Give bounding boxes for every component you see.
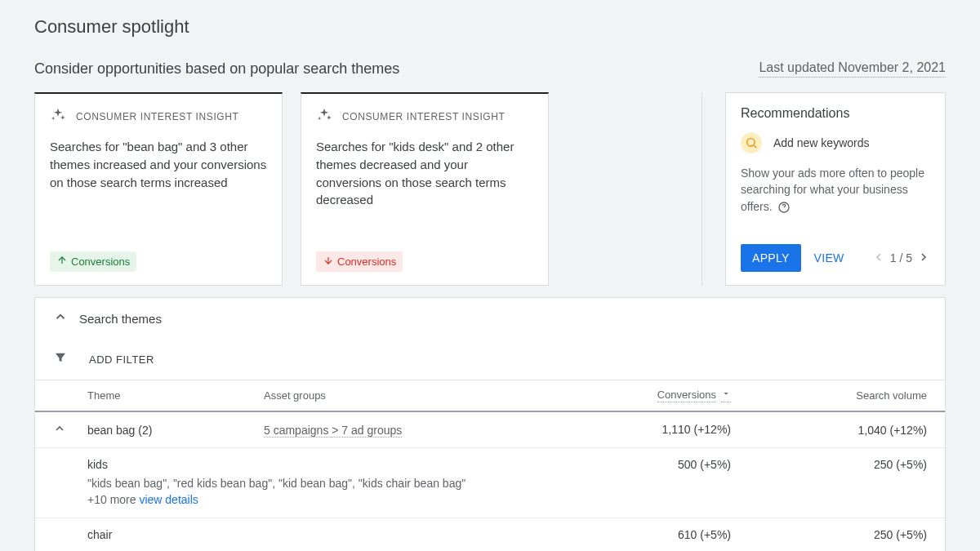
insight-card[interactable]: CONSUMER INTEREST INSIGHT Searches for "… [34, 92, 283, 286]
sparkle-icon [316, 107, 332, 127]
subtheme-name: chair [87, 528, 264, 541]
pager: 1 / 5 [872, 251, 930, 266]
pager-text: 1 / 5 [890, 251, 912, 264]
insight-kicker: CONSUMER INTEREST INSIGHT [76, 111, 238, 122]
chevron-right-icon[interactable] [917, 251, 930, 266]
col-theme[interactable]: Theme [87, 389, 264, 402]
conversions-badge-up: Conversions [50, 251, 136, 272]
section-title: Consider opportunities based on popular … [34, 60, 399, 78]
table-header: Theme Asset groups Conversions Search vo… [35, 380, 945, 412]
apply-button[interactable]: APPLY [741, 244, 801, 272]
table-sub-row: chair 610 (+5%) 250 (+5%) [35, 518, 945, 551]
table-row[interactable]: bean bag (2) 5 campaigns > 7 ad groups 1… [35, 412, 945, 448]
subtheme-name: kids [87, 458, 264, 471]
conversions-badge-label: Conversions [337, 256, 396, 268]
search-volume-value: 1,040 (+12%) [731, 424, 927, 437]
arrow-up-icon [56, 255, 68, 269]
search-terms-list: "kids bean bag", "red kids bean bag", "k… [87, 476, 927, 508]
insight-card[interactable]: CONSUMER INTEREST INSIGHT Searches for "… [301, 92, 549, 286]
conversions-value: 500 (+5%) [592, 458, 731, 471]
col-asset-groups[interactable]: Asset groups [264, 389, 592, 402]
sort-desc-icon [721, 389, 731, 402]
insight-kicker: CONSUMER INTEREST INSIGHT [342, 111, 505, 122]
chevron-up-icon [53, 309, 68, 327]
recommendation-body: Show your ads more often to people searc… [741, 165, 930, 244]
recommendation-item-name: Add new keywords [773, 136, 870, 149]
conversions-value: 1,110 (+12%) [592, 423, 731, 437]
insight-body: Searches for "bean bag" and 3 other them… [50, 138, 267, 251]
asset-groups-link[interactable]: 5 campaigns > 7 ad groups [264, 424, 402, 438]
conversions-badge-label: Conversions [71, 256, 130, 268]
table-sub-row: kids 500 (+5%) 250 (+5%) "kids bean bag"… [35, 448, 945, 518]
search-themes-label: Search themes [79, 312, 162, 326]
col-conversions[interactable]: Conversions [592, 389, 731, 402]
conversions-badge-down: Conversions [316, 251, 403, 272]
view-button[interactable]: VIEW [811, 244, 848, 272]
sparkle-icon [50, 107, 66, 127]
view-details-link[interactable]: view details [139, 493, 198, 506]
add-filter-button[interactable]: ADD FILTER [89, 353, 154, 366]
insight-body: Searches for "kids desk" and 2 other the… [316, 138, 533, 251]
col-search-volume[interactable]: Search volume [731, 389, 927, 402]
theme-name: bean bag (2) [87, 424, 264, 437]
page-title: Consumer spotlight [34, 16, 946, 38]
help-icon[interactable] [777, 201, 791, 214]
divider [702, 92, 702, 286]
expand-toggle[interactable] [53, 422, 87, 438]
search-themes-panel: Search themes ADD FILTER Theme Asset gro… [34, 297, 946, 551]
search-volume-value: 250 (+5%) [731, 458, 927, 471]
last-updated: Last updated November 2, 2021 [759, 60, 946, 78]
search-volume-value: 250 (+5%) [731, 528, 927, 541]
chevron-left-icon[interactable] [872, 251, 885, 266]
search-icon [741, 132, 762, 153]
recommendations-card: Recommendations Add new keywords Show yo… [725, 92, 946, 286]
svg-point-0 [747, 139, 755, 146]
arrow-down-icon [323, 255, 334, 269]
search-themes-toggle[interactable]: Search themes [35, 298, 945, 339]
conversions-value: 610 (+5%) [592, 528, 731, 541]
recommendations-title: Recommendations [741, 106, 930, 121]
filter-icon[interactable] [53, 350, 68, 368]
